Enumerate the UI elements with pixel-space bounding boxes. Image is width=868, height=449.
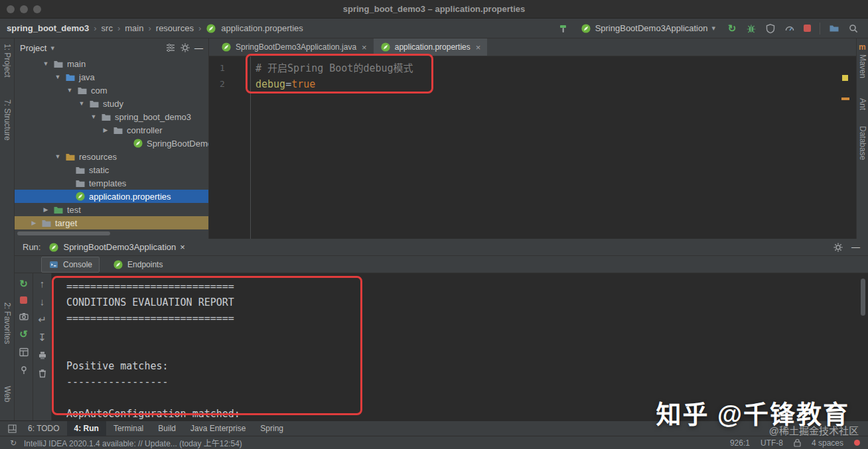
run-configuration-select[interactable]: SpringBootDemo3Application ▾ bbox=[578, 22, 718, 35]
profiler-button[interactable] bbox=[784, 23, 795, 34]
tree-item-study[interactable]: ▼ study bbox=[15, 97, 208, 110]
gear-icon[interactable] bbox=[180, 42, 190, 53]
tool-window-java-enterprise[interactable]: Java Enterprise bbox=[183, 421, 253, 436]
editor-body[interactable]: 1 2 # 开启Spring Boot的debug模式 debug=true bbox=[209, 56, 856, 239]
pin-icon[interactable] bbox=[19, 365, 29, 375]
project-panel-title[interactable]: Project bbox=[20, 43, 46, 53]
close-tab-icon[interactable]: × bbox=[180, 242, 185, 252]
breadcrumb-resources[interactable]: resources bbox=[156, 23, 194, 33]
expand-arrow-icon[interactable]: ▼ bbox=[78, 100, 86, 107]
code-content[interactable]: # 开启Spring Boot的debug模式 debug=true bbox=[255, 60, 840, 92]
tree-item-test[interactable]: ▶ test bbox=[15, 203, 208, 216]
tab-springbootdemo3application-java[interactable]: SpringBootDemo3Application.java × bbox=[214, 38, 374, 56]
caret-position[interactable]: 926:1 bbox=[730, 438, 750, 448]
tree-item-com[interactable]: ▼ com bbox=[15, 84, 208, 97]
tool-window-build[interactable]: Build bbox=[151, 421, 183, 436]
hide-panel-button[interactable]: — bbox=[194, 43, 203, 53]
update-icon[interactable]: ↻ bbox=[8, 438, 19, 448]
close-window-button[interactable] bbox=[7, 5, 15, 13]
file-encoding[interactable]: UTF-8 bbox=[760, 438, 783, 448]
tree-item-target[interactable]: ▶ target bbox=[15, 216, 208, 229]
collapse-arrow-icon[interactable]: ▶ bbox=[42, 206, 50, 213]
minimize-window-button[interactable] bbox=[20, 5, 28, 13]
view-options-icon[interactable] bbox=[165, 42, 176, 53]
expand-arrow-icon[interactable]: ▼ bbox=[66, 87, 74, 94]
expand-arrow-icon[interactable]: ▼ bbox=[54, 153, 62, 160]
inspection-marker[interactable] bbox=[842, 75, 848, 81]
scroll-to-end-icon[interactable]: ↧ bbox=[37, 332, 48, 343]
tool-window-terminal[interactable]: Terminal bbox=[106, 421, 151, 436]
breadcrumb-src[interactable]: src bbox=[102, 23, 113, 33]
coverage-button[interactable] bbox=[765, 23, 776, 34]
zoom-window-button[interactable] bbox=[33, 5, 41, 13]
folder-icon bbox=[41, 218, 52, 228]
down-stack-icon[interactable]: ↓ bbox=[37, 296, 48, 307]
tree-item-resources[interactable]: ▼ resources bbox=[15, 150, 208, 163]
thread-dump-icon[interactable] bbox=[19, 311, 29, 322]
rerun-button[interactable]: ↻ bbox=[727, 23, 737, 34]
console-line: ============================ bbox=[66, 279, 859, 294]
run-configuration-tab[interactable]: SpringBootDemo3Application × bbox=[48, 242, 184, 253]
search-icon[interactable] bbox=[848, 23, 859, 34]
soft-wrap-icon[interactable]: ↵ bbox=[37, 314, 48, 325]
debug-button[interactable] bbox=[746, 23, 757, 34]
window-switcher-icon[interactable] bbox=[8, 424, 17, 433]
tree-item-controller[interactable]: ▶ controller bbox=[15, 123, 208, 137]
stop-button[interactable] bbox=[20, 296, 27, 304]
status-message[interactable]: IntelliJ IDEA 2020.1.4 available: // Upd… bbox=[24, 437, 242, 448]
tool-window-todo[interactable]: 6: TODO bbox=[21, 421, 67, 436]
tab-application-properties[interactable]: application.properties × bbox=[374, 38, 488, 56]
build-hammer-icon[interactable] bbox=[559, 23, 569, 34]
layout-icon[interactable] bbox=[19, 347, 29, 357]
tool-stripe-structure[interactable]: 7: Structure bbox=[3, 99, 12, 141]
rerun-button[interactable]: ↻ bbox=[19, 279, 29, 289]
tool-window-run[interactable]: 4: Run bbox=[67, 421, 106, 436]
tree-item-templates[interactable]: templates bbox=[15, 176, 208, 190]
vertical-scrollbar[interactable] bbox=[861, 279, 865, 316]
tree-item-main[interactable]: ▼ main bbox=[15, 57, 208, 70]
breadcrumb-main[interactable]: main bbox=[125, 23, 143, 33]
tool-stripe-database[interactable]: Database bbox=[858, 126, 867, 160]
lock-icon[interactable] bbox=[794, 438, 801, 447]
collapse-arrow-icon[interactable]: ▶ bbox=[30, 220, 38, 226]
indent-setting[interactable]: 4 spaces bbox=[812, 438, 843, 448]
tool-stripe-ant[interactable]: Ant bbox=[858, 98, 867, 110]
clear-all-icon[interactable] bbox=[37, 368, 48, 379]
tool-stripe-maven[interactable]: Maven bbox=[858, 54, 867, 78]
expand-arrow-icon[interactable]: ▼ bbox=[42, 60, 50, 67]
tab-console[interactable]: Console bbox=[41, 257, 100, 273]
tree-item-springbootdemo3-class[interactable]: SpringBootDemo3 bbox=[15, 137, 208, 150]
chevron-right-icon: › bbox=[117, 23, 120, 33]
print-icon[interactable] bbox=[37, 350, 48, 361]
gear-icon[interactable] bbox=[833, 242, 843, 253]
tree-item-static[interactable]: static bbox=[15, 163, 208, 176]
open-folder-icon[interactable] bbox=[829, 23, 839, 34]
breadcrumb-file[interactable]: application.properties bbox=[221, 23, 303, 33]
console-line bbox=[66, 342, 859, 358]
expand-arrow-icon[interactable]: ▼ bbox=[90, 113, 98, 120]
error-stripe-marker[interactable] bbox=[841, 97, 849, 100]
tree-item-application-properties[interactable]: application.properties bbox=[15, 190, 208, 203]
expand-arrow-icon[interactable]: ▼ bbox=[54, 74, 62, 80]
horizontal-scrollbar[interactable] bbox=[17, 231, 110, 235]
close-tab-icon[interactable]: × bbox=[362, 42, 367, 52]
restore-layout-icon[interactable]: ↺ bbox=[19, 329, 29, 340]
hide-panel-button[interactable]: — bbox=[851, 242, 860, 252]
tool-stripe-favorites[interactable]: 2: Favorites bbox=[3, 302, 12, 344]
tab-endpoints[interactable]: Endpoints bbox=[106, 257, 169, 272]
tree-item-java[interactable]: ▼ java bbox=[15, 70, 208, 84]
stop-button[interactable] bbox=[804, 25, 811, 32]
chevron-down-icon[interactable]: ▾ bbox=[50, 44, 54, 52]
up-stack-icon[interactable]: ↑ bbox=[37, 279, 48, 289]
spring-properties-icon bbox=[75, 191, 86, 202]
tool-stripe-project[interactable]: 1: Project bbox=[3, 44, 12, 78]
tool-stripe-web[interactable]: Web bbox=[3, 386, 12, 402]
notification-icon[interactable] bbox=[854, 440, 860, 446]
breadcrumb-project[interactable]: spring_boot_demo3 bbox=[7, 23, 89, 33]
tree-item-spring-boot-demo3[interactable]: ▼ spring_boot_demo3 bbox=[15, 110, 208, 123]
line-number: 2 bbox=[209, 76, 250, 92]
close-tab-icon[interactable]: × bbox=[476, 42, 481, 52]
tool-window-spring[interactable]: Spring bbox=[253, 421, 291, 436]
collapse-arrow-icon[interactable]: ▶ bbox=[102, 127, 109, 133]
maven-icon: m bbox=[859, 42, 866, 52]
